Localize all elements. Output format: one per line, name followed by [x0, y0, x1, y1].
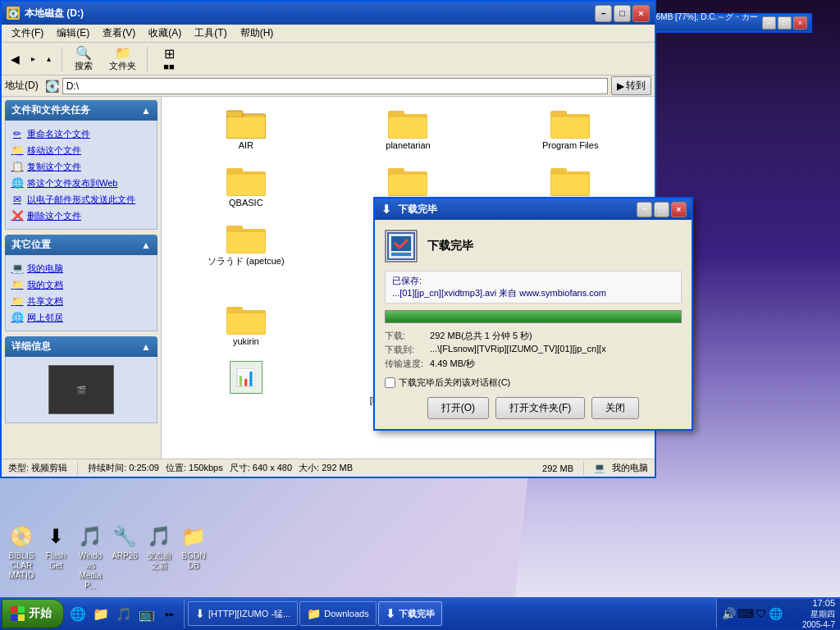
- system-tray: 🔊 ⌨ 🛡 🌐 17:05 星期四2005-4-7: [716, 599, 840, 628]
- tray-time: 17:05 星期四2005-4-7: [786, 597, 835, 630]
- dialog-min-btn[interactable]: －: [637, 202, 652, 217]
- list-item[interactable]: ソラうド (apetcue): [168, 218, 324, 293]
- list-item[interactable]: QBASIC: [168, 161, 324, 212]
- toolbar-sep2: [147, 47, 148, 71]
- desktop-icon-music[interactable]: 🎵 变态曲之霸: [144, 522, 174, 592]
- status-type: 类型: 视频剪辑: [8, 462, 67, 474]
- flashget-close-btn[interactable]: ×: [793, 16, 807, 30]
- my-documents-link[interactable]: 📁 我的文档: [11, 276, 152, 293]
- ql-internet-btn[interactable]: 🌐: [67, 603, 89, 624]
- status-sep2: [583, 462, 584, 475]
- svg-rect-2: [226, 111, 243, 117]
- my-computer-link[interactable]: 💻 我的电脑: [11, 260, 152, 276]
- desktop-icon-biblis[interactable]: 📀 BIBLIS CLARMATIO: [7, 522, 36, 592]
- desktop-icon-mediaplayer[interactable]: 🎵 Windows Media P...: [75, 522, 105, 592]
- taskbar-item-http[interactable]: ⬇ [HTTP][IZUMO -猛...: [188, 601, 298, 626]
- folder-icon: [226, 304, 266, 335]
- ql-extra2-btn[interactable]: 📺: [136, 603, 158, 624]
- go-arrow-icon: ▶: [617, 80, 624, 92]
- svg-rect-18: [550, 168, 567, 175]
- file-tasks-collapse-icon: ▲: [141, 105, 151, 116]
- left-panel: 文件和文件夹任务 ▲ ✏ 重命名这个文件 📁 移动这个文件 📋 复制这个文件: [2, 97, 162, 475]
- tray-icon-4[interactable]: 🌐: [769, 607, 783, 620]
- flashget-min-btn[interactable]: －: [762, 16, 776, 30]
- copy-link[interactable]: 📋 复制这个文件: [11, 158, 152, 175]
- status-position: 位置: 150kbps: [166, 462, 223, 474]
- delete-link[interactable]: ❌ 删除这个文件: [11, 208, 152, 224]
- shared-docs-link[interactable]: 📁 共享文档: [11, 293, 152, 309]
- address-drive-icon: 💽: [45, 80, 59, 93]
- explorer-close-btn[interactable]: ×: [632, 5, 650, 22]
- folders-icon: 📁: [115, 45, 131, 60]
- up-button[interactable]: ▴: [41, 50, 57, 67]
- flashget-max-btn[interactable]: □: [778, 16, 792, 30]
- explorer-min-btn[interactable]: －: [595, 5, 612, 22]
- publish-link[interactable]: 🌐 将这个文件发布到Web: [11, 175, 152, 191]
- taskbar-item-download-complete[interactable]: ⬇ 下载完毕: [378, 601, 442, 626]
- taskbar-http-label: [HTTP][IZUMO -猛...: [208, 608, 290, 620]
- forward-button[interactable]: ▸: [25, 50, 41, 67]
- folders-button[interactable]: 📁 文件夹: [103, 43, 142, 75]
- menu-edit[interactable]: 编辑(E): [50, 25, 96, 42]
- menu-file[interactable]: 文件(F): [5, 25, 50, 42]
- menu-favorites[interactable]: 收藏(A): [142, 25, 188, 42]
- explorer-titlebar: 💽 本地磁盘 (D:) － □ ×: [2, 2, 655, 25]
- file-tasks-header[interactable]: 文件和文件夹任务 ▲: [5, 100, 158, 121]
- list-item[interactable]: AIR: [168, 103, 324, 154]
- list-item[interactable]: planetarian: [331, 103, 486, 154]
- address-input[interactable]: [62, 78, 608, 94]
- dialog-body: 下载完毕 已保存: ...[01][jp_cn][xvidtmp3].avi 来…: [375, 220, 692, 429]
- speed-label: 传输速度:: [385, 358, 423, 370]
- mediaplayer-icon: 🎵: [77, 523, 103, 550]
- network-link[interactable]: 🌐 网上邻居: [11, 309, 152, 326]
- open-file-button[interactable]: 打开(O): [427, 397, 489, 419]
- rename-link[interactable]: ✏ 重命名这个文件: [11, 126, 152, 142]
- svg-rect-9: [550, 111, 567, 117]
- menu-tools[interactable]: 工具(T): [188, 25, 233, 42]
- details-header[interactable]: 详细信息 ▲: [5, 336, 158, 357]
- ql-media-btn[interactable]: 📁: [90, 603, 112, 624]
- tray-icon-1[interactable]: 🔊: [722, 607, 736, 620]
- dialog-title: 下载完毕: [398, 203, 637, 217]
- other-locations-header[interactable]: 其它位置 ▲: [5, 235, 158, 255]
- dialog-close-btn[interactable]: ×: [671, 202, 687, 217]
- tray-icon-2[interactable]: ⌨: [737, 607, 754, 620]
- taskbar-item-downloads[interactable]: 📁 Downloads: [299, 601, 376, 626]
- svg-rect-34: [391, 253, 411, 256]
- file-name: QBASIC: [229, 198, 263, 208]
- rename-icon: ✏: [11, 127, 24, 140]
- back-button[interactable]: ◀: [5, 48, 25, 70]
- nav-arrows: ◀ ▸ ▴: [5, 48, 57, 70]
- speed-value: 4.49 MB/秒: [430, 358, 682, 370]
- email-link[interactable]: ✉ 以电子邮件形式发送此文件: [11, 191, 152, 208]
- status-location: 我的电脑: [612, 462, 648, 474]
- move-link[interactable]: 📁 移动这个文件: [11, 142, 152, 158]
- go-button[interactable]: ▶ 转到: [611, 76, 651, 95]
- desktop-icon-arp26[interactable]: 🔧 ARP26: [110, 522, 139, 592]
- close-dialog-button[interactable]: 关闭: [591, 397, 639, 419]
- ql-more-btn[interactable]: ▸▸: [159, 603, 180, 624]
- file-name: yukirin: [233, 336, 259, 346]
- search-button[interactable]: 🔍 搜索: [67, 43, 100, 75]
- tray-icon-3[interactable]: 🛡: [756, 607, 767, 620]
- views-button[interactable]: ⊞ ■■: [153, 44, 185, 74]
- ql-extra1-btn[interactable]: 🎵: [113, 603, 135, 624]
- desktop-icon-flashget[interactable]: ⬇ FlashGet: [41, 522, 71, 592]
- explorer-max-btn[interactable]: □: [614, 5, 631, 22]
- desktop-icon-bgdndb[interactable]: 📁 BGDNDB: [179, 522, 208, 592]
- auto-close-checkbox[interactable]: [385, 377, 395, 388]
- list-item[interactable]: 📊: [168, 357, 324, 431]
- status-size: 尺寸: 640 x 480: [230, 462, 292, 474]
- other-locations-collapse-icon: ▲: [141, 240, 151, 251]
- music-icon: 🎵: [146, 523, 172, 550]
- list-item[interactable]: yukirin: [168, 299, 324, 350]
- open-folder-button[interactable]: 打开文件夹(F): [495, 397, 585, 419]
- dialog-header-row: 下载完毕: [385, 230, 682, 262]
- dialog-max-btn[interactable]: □: [654, 202, 669, 217]
- folder-icon: [388, 107, 427, 139]
- menu-view[interactable]: 查看(V): [96, 25, 142, 42]
- list-item[interactable]: Program Files: [492, 103, 648, 154]
- start-button[interactable]: 开始: [2, 599, 64, 628]
- svg-rect-21: [226, 226, 243, 232]
- menu-help[interactable]: 帮助(H): [234, 25, 281, 42]
